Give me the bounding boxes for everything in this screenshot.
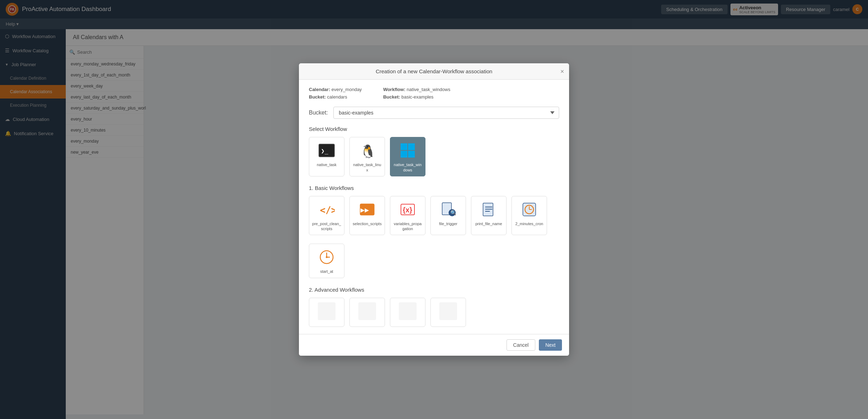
workflow-card-2min-cron[interactable]: 2_minutes_cron: [511, 196, 547, 235]
modal-info-left: Calendar: every_monday Bucket: calendars: [309, 87, 362, 100]
svg-rect-8: [408, 151, 415, 158]
svg-text:❯_: ❯_: [321, 147, 328, 154]
workflow-card-label: native_task_windows: [393, 162, 422, 173]
advanced-workflows-label: 2. Advanced Workflows: [309, 287, 559, 293]
workflow-card-native-task-windows[interactable]: native_task_windows: [390, 137, 425, 176]
workflow-card-label: file_trigger: [439, 221, 457, 226]
modal-title: Creation of a new Calendar-Workflow asso…: [376, 68, 492, 74]
calendar-info: Calendar: every_monday: [309, 87, 362, 92]
workflow-value: native_task_windows: [407, 87, 450, 92]
bucket-row: Bucket: basic-examples calendars cloud-a…: [309, 107, 559, 119]
workflow-card-adv-2[interactable]: [349, 298, 385, 327]
modal-close-button[interactable]: ×: [560, 68, 564, 75]
bucket-calendar-value: calendars: [327, 94, 347, 100]
svg-rect-6: [408, 143, 415, 150]
native-workflow-grid: ❯_ native_task 🐧 native_task_linux: [309, 137, 559, 176]
workflow-card-label: native_task_linux: [353, 162, 382, 173]
workflow-card-variables[interactable]: {x} variables_propagation: [390, 196, 425, 235]
svg-text:🐧: 🐧: [360, 144, 375, 159]
calendar-label: Calendar:: [309, 87, 330, 92]
terminal-icon: ❯_: [318, 142, 336, 159]
workflow-label: Workflow:: [383, 87, 406, 92]
workflow-card-label: print_file_name: [475, 221, 502, 226]
start-at-icon: [318, 248, 336, 266]
print-file-icon: [480, 201, 498, 218]
variables-icon: {x}: [399, 201, 417, 218]
svg-text:</>: </>: [320, 205, 335, 216]
modal-body: Calendar: every_monday Bucket: calendars…: [299, 80, 569, 334]
bucket-workflow-info: Bucket: basic-examples: [383, 94, 450, 100]
workflow-card-native-task[interactable]: ❯_ native_task: [309, 137, 344, 176]
svg-point-28: [326, 256, 328, 258]
code-icon: </>: [318, 201, 336, 218]
bucket-selector-label: Bucket:: [309, 110, 328, 116]
svg-text:▶▶: ▶▶: [360, 206, 369, 214]
workflow-card-start-at[interactable]: start_at: [309, 244, 344, 278]
bucket-select[interactable]: basic-examples calendars cloud-automatio…: [333, 107, 559, 119]
selection-icon: ▶▶: [358, 201, 376, 218]
modal-footer: Cancel Next: [299, 334, 569, 356]
linux-icon: 🐧: [358, 142, 376, 159]
workflow-card-file-trigger[interactable]: 🔍 file_trigger: [430, 196, 466, 235]
windows-icon: [399, 142, 417, 159]
cancel-button[interactable]: Cancel: [507, 339, 536, 351]
bucket-calendar-info: Bucket: calendars: [309, 94, 362, 100]
bucket-workflow-label: Bucket:: [383, 94, 400, 100]
calendar-value: every_monday: [332, 87, 362, 92]
modal-overlay[interactable]: Creation of a new Calendar-Workflow asso…: [0, 0, 868, 419]
workflow-card-label: selection_scripts: [353, 221, 381, 226]
workflow-card-adv-3[interactable]: [390, 298, 425, 327]
next-button[interactable]: Next: [539, 339, 562, 351]
workflow-card-label: 2_minutes_cron: [515, 221, 543, 226]
basic-workflows-label: 1. Basic Workflows: [309, 185, 559, 191]
adv-icon-4: [439, 302, 457, 320]
workflow-info: Workflow: native_task_windows: [383, 87, 450, 92]
basic-workflow-grid: </> pre_post_clean_scripts ▶▶ selection_…: [309, 196, 559, 235]
modal-dialog: Creation of a new Calendar-Workflow asso…: [299, 63, 569, 355]
svg-text:{x}: {x}: [403, 206, 412, 214]
adv-icon-1: [318, 302, 336, 320]
workflow-card-label: variables_propagation: [393, 221, 422, 232]
bucket-workflow-value: basic-examples: [401, 94, 433, 100]
select-workflow-label: Select Workflow: [309, 126, 559, 132]
adv-icon-2: [358, 302, 376, 320]
advanced-workflow-grid: [309, 298, 559, 327]
workflow-card-print-file[interactable]: print_file_name: [471, 196, 507, 235]
modal-info-right: Workflow: native_task_windows Bucket: ba…: [383, 87, 450, 100]
file-trigger-icon: 🔍: [439, 201, 457, 218]
workflow-card-pre-post[interactable]: </> pre_post_clean_scripts: [309, 196, 344, 235]
modal-info: Calendar: every_monday Bucket: calendars…: [309, 87, 559, 100]
workflow-card-label: native_task: [317, 162, 337, 167]
workflow-card-label: pre_post_clean_scripts: [312, 221, 341, 232]
adv-icon-3: [399, 302, 417, 320]
workflow-card-native-task-linux[interactable]: 🐧 native_task_linux: [349, 137, 385, 176]
workflow-card-selection[interactable]: ▶▶ selection_scripts: [349, 196, 385, 235]
start-at-grid: start_at: [309, 244, 559, 278]
cron-clock-icon: [520, 201, 538, 218]
workflow-card-adv-1[interactable]: [309, 298, 344, 327]
svg-text:🔍: 🔍: [450, 210, 456, 216]
svg-rect-5: [401, 143, 407, 150]
advanced-workflows-section: 2. Advanced Workflows: [309, 287, 559, 327]
svg-rect-7: [401, 151, 407, 158]
modal-header: Creation of a new Calendar-Workflow asso…: [299, 63, 569, 80]
workflow-card-label: start_at: [320, 269, 333, 274]
workflow-card-adv-4[interactable]: [430, 298, 466, 327]
bucket-calendar-label: Bucket:: [309, 94, 326, 100]
